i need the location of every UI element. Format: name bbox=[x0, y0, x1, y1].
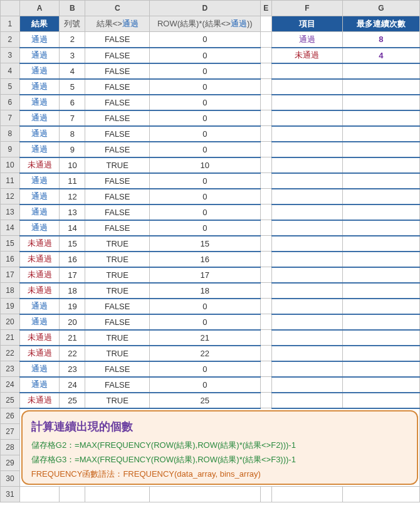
row-header-12[interactable]: 12 bbox=[1, 189, 20, 204]
cell-b11[interactable]: 11 bbox=[60, 173, 85, 189]
cell-a7[interactable]: 通過 bbox=[19, 110, 60, 126]
cell-c4[interactable]: FALSE bbox=[85, 63, 150, 79]
cell-f1[interactable]: 項目 bbox=[271, 16, 342, 32]
cell-b4[interactable]: 4 bbox=[60, 63, 85, 79]
cell-e18[interactable] bbox=[260, 283, 271, 299]
cell-e12[interactable] bbox=[260, 189, 271, 204]
cell-e23[interactable] bbox=[260, 361, 271, 377]
cell-b31[interactable] bbox=[60, 487, 85, 502]
cell-c25[interactable]: TRUE bbox=[85, 393, 150, 408]
cell-b14[interactable]: 14 bbox=[60, 220, 85, 236]
cell-f18[interactable] bbox=[271, 283, 342, 299]
cell-a5[interactable]: 通過 bbox=[19, 79, 60, 95]
cell-g5[interactable] bbox=[342, 79, 419, 95]
cell-a23[interactable]: 通過 bbox=[19, 361, 60, 377]
cell-e31[interactable] bbox=[260, 487, 271, 502]
cell-e4[interactable] bbox=[260, 63, 271, 79]
cell-a11[interactable]: 通過 bbox=[19, 173, 60, 189]
cell-a10[interactable]: 未通過 bbox=[19, 157, 60, 173]
cell-f3[interactable]: 未通過 bbox=[271, 48, 342, 63]
cell-f9[interactable] bbox=[271, 142, 342, 157]
cell-f22[interactable] bbox=[271, 346, 342, 361]
cell-b19[interactable]: 19 bbox=[60, 299, 85, 314]
cell-f8[interactable] bbox=[271, 126, 342, 142]
cell-d16[interactable]: 16 bbox=[150, 252, 260, 267]
cell-f25[interactable] bbox=[271, 393, 342, 408]
cell-f11[interactable] bbox=[271, 173, 342, 189]
row-header-6[interactable]: 6 bbox=[1, 95, 20, 110]
cell-f17[interactable] bbox=[271, 267, 342, 283]
cell-g7[interactable] bbox=[342, 110, 419, 126]
cell-c13[interactable]: FALSE bbox=[85, 204, 150, 220]
cell-d15[interactable]: 15 bbox=[150, 236, 260, 252]
cell-g22[interactable] bbox=[342, 346, 419, 361]
row-header-2[interactable]: 2 bbox=[1, 32, 20, 48]
cell-f10[interactable] bbox=[271, 157, 342, 173]
cell-c7[interactable]: FALSE bbox=[85, 110, 150, 126]
corner-cell[interactable] bbox=[1, 1, 20, 16]
cell-e16[interactable] bbox=[260, 252, 271, 267]
cell-a14[interactable]: 通過 bbox=[19, 220, 60, 236]
row-header-26[interactable]: 26 bbox=[1, 408, 20, 424]
row-header-22[interactable]: 22 bbox=[1, 346, 20, 361]
row-header-28[interactable]: 28 bbox=[1, 440, 20, 455]
cell-a22[interactable]: 未通過 bbox=[19, 346, 60, 361]
cell-c1[interactable]: 結果<>通過 bbox=[85, 16, 150, 32]
col-header-d[interactable]: D bbox=[150, 1, 260, 16]
cell-a21[interactable]: 未通過 bbox=[19, 330, 60, 346]
cell-g11[interactable] bbox=[342, 173, 419, 189]
row-header-19[interactable]: 19 bbox=[1, 299, 20, 314]
cell-c24[interactable]: FALSE bbox=[85, 377, 150, 393]
cell-a4[interactable]: 通過 bbox=[19, 63, 60, 79]
cell-a31[interactable] bbox=[19, 487, 60, 502]
cell-g23[interactable] bbox=[342, 361, 419, 377]
cell-c15[interactable]: TRUE bbox=[85, 236, 150, 252]
col-header-c[interactable]: C bbox=[85, 1, 150, 16]
cell-a17[interactable]: 未通過 bbox=[19, 267, 60, 283]
cell-b20[interactable]: 20 bbox=[60, 314, 85, 330]
cell-a16[interactable]: 未通過 bbox=[19, 252, 60, 267]
cell-g12[interactable] bbox=[342, 189, 419, 204]
cell-b10[interactable]: 10 bbox=[60, 157, 85, 173]
cell-a3[interactable]: 通過 bbox=[19, 48, 60, 63]
cell-e15[interactable] bbox=[260, 236, 271, 252]
cell-e3[interactable] bbox=[260, 48, 271, 63]
cell-e6[interactable] bbox=[260, 95, 271, 110]
cell-a25[interactable]: 未通過 bbox=[19, 393, 60, 408]
cell-c18[interactable]: TRUE bbox=[85, 283, 150, 299]
cell-c5[interactable]: FALSE bbox=[85, 79, 150, 95]
cell-e10[interactable] bbox=[260, 157, 271, 173]
row-header-29[interactable]: 29 bbox=[1, 455, 20, 471]
spreadsheet[interactable]: A B C D E F G 1結果列號結果<>通過ROW(結果)*(結果<>通過… bbox=[0, 0, 420, 502]
cell-e19[interactable] bbox=[260, 299, 271, 314]
cell-b21[interactable]: 21 bbox=[60, 330, 85, 346]
cell-e8[interactable] bbox=[260, 126, 271, 142]
cell-f4[interactable] bbox=[271, 63, 342, 79]
cell-g16[interactable] bbox=[342, 252, 419, 267]
cell-d23[interactable]: 0 bbox=[150, 361, 260, 377]
cell-d31[interactable] bbox=[150, 487, 260, 502]
cell-g10[interactable] bbox=[342, 157, 419, 173]
cell-a2[interactable]: 通過 bbox=[19, 32, 60, 48]
cell-f2[interactable]: 通過 bbox=[271, 32, 342, 48]
cell-d8[interactable]: 0 bbox=[150, 126, 260, 142]
cell-f23[interactable] bbox=[271, 361, 342, 377]
cell-c8[interactable]: FALSE bbox=[85, 126, 150, 142]
cell-c16[interactable]: TRUE bbox=[85, 252, 150, 267]
row-header-23[interactable]: 23 bbox=[1, 361, 20, 377]
cell-c17[interactable]: TRUE bbox=[85, 267, 150, 283]
cell-g19[interactable] bbox=[342, 299, 419, 314]
cell-c20[interactable]: FALSE bbox=[85, 314, 150, 330]
col-header-g[interactable]: G bbox=[342, 1, 419, 16]
cell-e24[interactable] bbox=[260, 377, 271, 393]
cell-g4[interactable] bbox=[342, 63, 419, 79]
cell-f13[interactable] bbox=[271, 204, 342, 220]
cell-c10[interactable]: TRUE bbox=[85, 157, 150, 173]
row-header-11[interactable]: 11 bbox=[1, 173, 20, 189]
cell-a24[interactable]: 通過 bbox=[19, 377, 60, 393]
row-header-13[interactable]: 13 bbox=[1, 204, 20, 220]
cell-g3[interactable]: 4 bbox=[342, 48, 419, 63]
cell-g8[interactable] bbox=[342, 126, 419, 142]
cell-d1[interactable]: ROW(結果)*(結果<>通過)) bbox=[150, 16, 260, 32]
cell-a8[interactable]: 通過 bbox=[19, 126, 60, 142]
